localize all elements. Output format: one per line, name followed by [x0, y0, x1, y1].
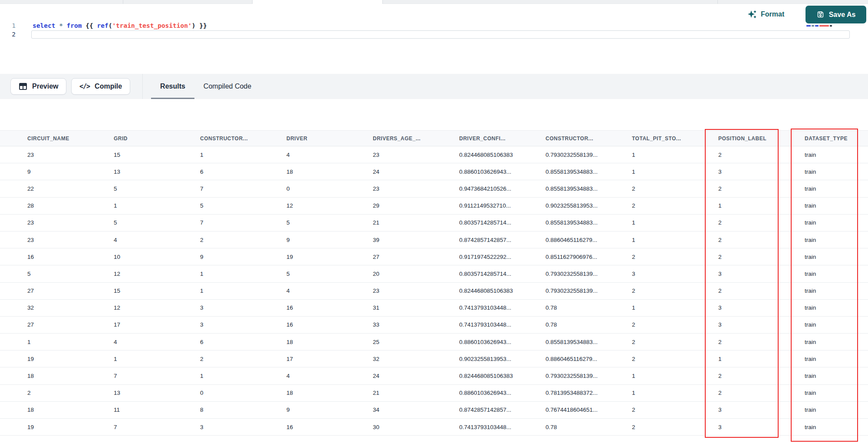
- table-cell: 0.8558139534883...: [542, 339, 628, 345]
- table-cell: train: [801, 185, 868, 192]
- table-cell: 13: [110, 390, 197, 396]
- format-button[interactable]: Format: [747, 8, 784, 21]
- save-as-button[interactable]: Save As: [806, 6, 866, 23]
- line-number-1: 1: [9, 22, 16, 29]
- table-cell: 1: [628, 373, 715, 379]
- code-token: }}: [199, 22, 207, 29]
- table-cell: 0.9023255813953...: [542, 202, 628, 209]
- column-header: DATASET_TYPE: [801, 136, 868, 142]
- table-cell: 1: [628, 304, 715, 311]
- table-cell: 18: [283, 390, 369, 396]
- table-cell: 22: [24, 185, 110, 192]
- table-row: 51215200.8035714285714...0.7930232558139…: [0, 265, 868, 282]
- table-cell: 18: [283, 339, 369, 345]
- table-cell: 18: [24, 407, 110, 413]
- table-cell: 18: [24, 373, 110, 379]
- table-cell: train: [801, 407, 868, 413]
- table-cell: 4: [110, 237, 197, 243]
- table-row: 3212316310.7413793103448...0.7813train: [0, 300, 868, 317]
- table-cell: 0.8558139534883...: [542, 219, 628, 226]
- table-grid-icon: [19, 82, 27, 91]
- table-cell: 15: [110, 288, 197, 294]
- table-row: 23575210.8035714285714...0.8558139534883…: [0, 215, 868, 231]
- table-cell: 2: [715, 219, 801, 226]
- table-cell: 0.8860103626943...: [456, 390, 542, 396]
- table-cell: 0: [283, 185, 369, 192]
- table-cell: 13: [110, 169, 197, 175]
- table-cell: 3: [715, 304, 801, 311]
- tab-divider: [382, 0, 383, 4]
- table-cell: 2: [628, 321, 715, 328]
- code-line-1[interactable]: select * from {{ ref('train_test_positio…: [33, 22, 207, 29]
- tab-results[interactable]: Results: [151, 74, 194, 99]
- table-cell: 0: [197, 390, 283, 396]
- table-cell: 5: [110, 185, 197, 192]
- table-cell: 0.9112149532710...: [456, 202, 542, 209]
- tab-divider: [717, 0, 718, 4]
- table-cell: 1: [24, 339, 110, 345]
- table-cell: 0.8035714285714...: [456, 219, 542, 226]
- table-cell: 23: [369, 288, 456, 294]
- table-cell: train: [801, 288, 868, 294]
- compile-label: Compile: [95, 83, 122, 90]
- table-cell: 0.8742857142857...: [456, 407, 542, 413]
- tab-compiled-code[interactable]: Compiled Code: [199, 74, 256, 99]
- sql-editor[interactable]: 1 2 select * from {{ ref('train_test_pos…: [0, 4, 868, 74]
- table-cell: 3: [715, 407, 801, 413]
- table-cell: 17: [110, 321, 197, 328]
- table-cell: train: [801, 219, 868, 226]
- save-as-label: Save As: [829, 11, 856, 19]
- table-cell: 0.7413793103448...: [456, 321, 542, 328]
- table-cell: 5: [283, 219, 369, 226]
- table-cell: 19: [24, 356, 110, 362]
- table-cell: 0.8558139534883...: [542, 185, 628, 192]
- table-cell: 16: [24, 254, 110, 260]
- table-cell: 23: [369, 185, 456, 192]
- table-cell: 0.8860465116279...: [542, 237, 628, 243]
- table-cell: 0.9473684210526...: [456, 185, 542, 192]
- table-cell: 2: [715, 288, 801, 294]
- table-cell: 3: [628, 271, 715, 277]
- table-cell: train: [801, 169, 868, 175]
- table-cell: 0.8860103626943...: [456, 339, 542, 345]
- compile-button[interactable]: </> Compile: [71, 78, 130, 95]
- table-cell: 5: [24, 271, 110, 277]
- sparkles-icon: [747, 10, 757, 19]
- table-cell: 1: [197, 152, 283, 158]
- table-cell: train: [801, 321, 868, 328]
- table-cell: 0.7930232558139...: [542, 152, 628, 158]
- query-toolbar: Preview </> Compile Results Compiled Cod…: [0, 74, 868, 99]
- column-header: DRIVER: [283, 136, 369, 142]
- table-cell: 0.7674418604651...: [542, 407, 628, 413]
- table-cell: 12: [283, 202, 369, 209]
- table-cell: 33: [369, 321, 456, 328]
- format-label: Format: [761, 10, 784, 18]
- table-cell: 32: [24, 304, 110, 311]
- preview-button[interactable]: Preview: [10, 78, 66, 95]
- table-row: 181189340.8742857142857...0.767441860465…: [0, 402, 868, 419]
- table-cell: 1: [197, 288, 283, 294]
- table-cell: 15: [110, 152, 197, 158]
- tab-divider: [252, 0, 253, 4]
- table-cell: 20: [369, 271, 456, 277]
- table-row: 213018210.8860103626943...0.781395348837…: [0, 385, 868, 402]
- table-cell: 1: [197, 373, 283, 379]
- table-cell: 25: [369, 339, 456, 345]
- current-line-highlight[interactable]: [31, 30, 850, 39]
- table-row: 18714240.8244680851063830.7930232558139.…: [0, 367, 868, 384]
- table-cell: train: [801, 152, 868, 158]
- active-file-tab[interactable]: [252, 0, 382, 4]
- table-cell: 4: [110, 339, 197, 345]
- code-minimap[interactable]: [806, 25, 832, 26]
- table-cell: train: [801, 390, 868, 396]
- table-cell: 2: [715, 373, 801, 379]
- table-cell: 2: [628, 356, 715, 362]
- table-cell: 6: [197, 169, 283, 175]
- table-cell: 12: [110, 304, 197, 311]
- code-icon: </>: [79, 83, 90, 90]
- table-cell: 3: [197, 321, 283, 328]
- column-header: DRIVERS_AGE_...: [369, 136, 456, 142]
- table-cell: 3: [715, 169, 801, 175]
- table-cell: train: [801, 254, 868, 260]
- table-cell: 1: [628, 152, 715, 158]
